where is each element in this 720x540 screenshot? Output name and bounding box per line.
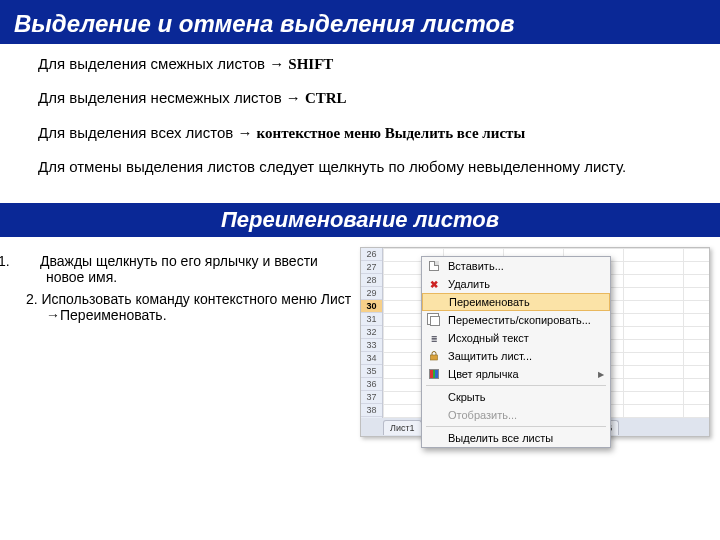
row-headers: 26272829303132333435363738 (361, 248, 383, 418)
row-header[interactable]: 29 (361, 287, 382, 300)
menu-item-label: Цвет ярлычка (448, 368, 519, 380)
row-header[interactable]: 28 (361, 274, 382, 287)
line-all-cmd: контекстное меню Выделить все листы (257, 125, 526, 141)
menu-item[interactable]: Переименовать (422, 293, 610, 311)
copy-icon (426, 313, 442, 327)
row-header[interactable]: 34 (361, 352, 382, 365)
line-all: Для выделения всех листов → контекстное … (38, 123, 682, 143)
menu-item-label: Выделить все листы (448, 432, 553, 444)
step-1: 1.Дважды щелкнуть по его ярлычку и ввест… (22, 253, 352, 285)
menu-item-label: Вставить... (448, 260, 504, 272)
menu-item[interactable]: ≣Исходный текст (422, 329, 610, 347)
svg-rect-0 (431, 355, 438, 360)
step-1-num: 1. (22, 253, 40, 269)
menu-item[interactable]: ✖Удалить (422, 275, 610, 293)
section-title-selection: Выделение и отмена выделения листов (0, 4, 720, 44)
code-icon: ≣ (426, 331, 442, 345)
menu-item[interactable]: Защитить лист... (422, 347, 610, 365)
excel-screenshot: 26272829303132333435363738 Лист1Лист2Лис… (360, 247, 710, 437)
step-1-text: Дважды щелкнуть по его ярлычку и ввести … (40, 253, 318, 285)
section-title-rename: Переименование листов (0, 203, 720, 237)
sheet-tab[interactable]: Лист1 (383, 420, 422, 435)
row-header[interactable]: 33 (361, 339, 382, 352)
row-header[interactable]: 32 (361, 326, 382, 339)
menu-item-label: Защитить лист... (448, 350, 532, 362)
row-header[interactable]: 38 (361, 404, 382, 417)
menu-item: Отобразить... (422, 406, 610, 424)
line-ctrl: Для выделения несмежных листов → CTRL (38, 88, 682, 108)
menu-item[interactable]: Выделить все листы (422, 429, 610, 447)
delete-icon: ✖ (426, 277, 442, 291)
row-header[interactable]: 35 (361, 365, 382, 378)
selection-content: Для выделения смежных листов → SHIFT Для… (0, 44, 720, 197)
section-title-selection-text: Выделение и отмена выделения листов (14, 10, 515, 37)
lock-icon (426, 349, 442, 363)
line-shift-a: Для выделения смежных листов → (38, 55, 288, 72)
blank-icon (426, 431, 442, 445)
context-menu: Вставить...✖УдалитьПереименоватьПеремест… (421, 256, 611, 448)
insert-icon (426, 259, 442, 273)
line-unselect: Для отмены выделения листов следует щелк… (38, 157, 682, 177)
step-2-text: Использовать команду контекстного меню Л… (41, 291, 351, 323)
step-2: 2. Использовать команду контекстного мен… (22, 291, 352, 323)
line-shift: Для выделения смежных листов → SHIFT (38, 54, 682, 74)
rename-section: 1.Дважды щелкнуть по его ярлычку и ввест… (0, 237, 720, 437)
line-shift-key: SHIFT (288, 56, 333, 72)
menu-item-label: Отобразить... (448, 409, 517, 421)
menu-item-label: Исходный текст (448, 332, 529, 344)
menu-item[interactable]: Вставить... (422, 257, 610, 275)
rename-steps: 1.Дважды щелкнуть по его ярлычку и ввест… (22, 247, 352, 329)
menu-item[interactable]: Переместить/скопировать... (422, 311, 610, 329)
menu-item-label: Переместить/скопировать... (448, 314, 591, 326)
row-header[interactable]: 30 (361, 300, 382, 313)
row-header[interactable]: 26 (361, 248, 382, 261)
row-header[interactable]: 27 (361, 261, 382, 274)
menu-item-label: Скрыть (448, 391, 486, 403)
blank-icon (426, 408, 442, 422)
blank-icon (427, 295, 443, 309)
line-all-a: Для выделения всех листов → (38, 124, 257, 141)
menu-separator (426, 385, 606, 386)
row-header[interactable]: 37 (361, 391, 382, 404)
row-header[interactable]: 31 (361, 313, 382, 326)
menu-separator (426, 426, 606, 427)
submenu-arrow-icon: ▶ (598, 370, 604, 379)
menu-item-label: Переименовать (449, 296, 530, 308)
line-ctrl-a: Для выделения несмежных листов → (38, 89, 305, 106)
section-title-rename-text: Переименование листов (221, 207, 499, 232)
line-ctrl-key: CTRL (305, 90, 347, 106)
step-2-num: 2. (26, 291, 38, 307)
row-header[interactable]: 36 (361, 378, 382, 391)
color-icon (426, 367, 442, 381)
menu-item-label: Удалить (448, 278, 490, 290)
menu-item[interactable]: Скрыть (422, 388, 610, 406)
menu-item[interactable]: Цвет ярлычка▶ (422, 365, 610, 383)
blank-icon (426, 390, 442, 404)
